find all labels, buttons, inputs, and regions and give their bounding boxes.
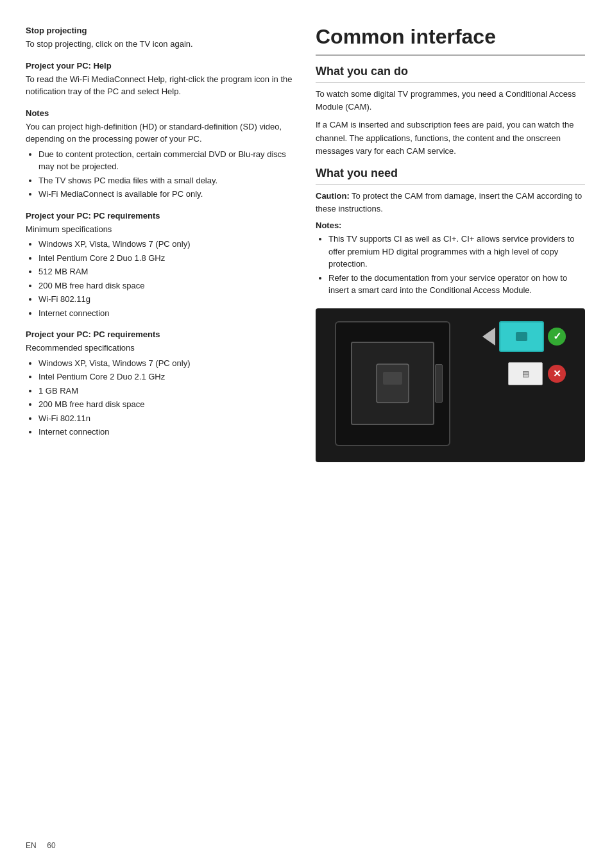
notes-body-left: You can project high-definition (HD) or …	[26, 121, 295, 146]
list-item: Due to content protection, certain comme…	[38, 148, 295, 173]
main-title: Common interface	[316, 26, 585, 56]
pc-req-rec-heading: Project your PC: PC requirements	[26, 330, 295, 339]
pc-req-min-sub: Minimum specifications	[26, 223, 295, 236]
cam-insert-row: ✓	[482, 321, 566, 352]
notes-heading-right: Notes:	[316, 221, 585, 230]
pc-req-min-heading: Project your PC: PC requirements	[26, 211, 295, 221]
right-column: Common interface What you can do To watc…	[316, 26, 585, 842]
list-item: This TV supports CI as well as CI+. CI+ …	[328, 233, 585, 271]
list-item: 200 MB free hard disk space	[38, 280, 295, 292]
cam-chip-wrong: ▤	[522, 369, 529, 378]
list-item: Windows XP, Vista, Windows 7 (PC only)	[38, 238, 295, 251]
notes-heading-left: Notes	[26, 108, 295, 118]
list-item: 1 GB RAM	[38, 385, 295, 397]
list-item: Internet connection	[38, 307, 295, 320]
footer-page-num: 60	[47, 841, 55, 850]
stop-projecting-body: To stop projecting, click on the TV icon…	[26, 38, 295, 51]
what-you-can-do-para1: To watch some digital TV programmes, you…	[316, 88, 585, 113]
left-column: Stop projecting To stop projecting, clic…	[26, 26, 295, 842]
list-item: Intel Pentium Core 2 Duo 1.8 GHz	[38, 252, 295, 265]
tv-screen	[351, 342, 434, 425]
list-item: Windows XP, Vista, Windows 7 (PC only)	[38, 357, 295, 370]
pc-req-rec-sub: Recommended specifications	[26, 342, 295, 355]
cam-chip-correct	[516, 332, 527, 341]
tv-slot	[435, 364, 443, 403]
footer-lang: EN	[26, 841, 37, 850]
what-you-can-do-para2: If a CAM is inserted and subscription fe…	[316, 119, 585, 157]
cam-wrong-row: ▤ ✕	[508, 362, 566, 385]
list-item: The TV shows PC media files with a small…	[38, 174, 295, 187]
notes-bullets-left: Due to content protection, certain comme…	[26, 148, 295, 201]
cam-diagram: ✓ ▤ ✕	[316, 308, 585, 462]
project-help-body: To read the Wi-Fi MediaConnect Help, rig…	[26, 73, 295, 98]
page-footer: EN 60	[26, 841, 56, 850]
xmark-icon: ✕	[548, 365, 566, 383]
card-in-screen-icon	[367, 358, 418, 409]
pc-req-rec-list: Windows XP, Vista, Windows 7 (PC only) I…	[26, 357, 295, 438]
cam-cards-area: ✓ ▤ ✕	[482, 321, 566, 385]
list-item: Wi-Fi MediaConnect is available for PC o…	[38, 188, 295, 201]
checkmark-icon: ✓	[548, 328, 566, 346]
notes-bullets-right: This TV supports CI as well as CI+. CI+ …	[316, 233, 585, 297]
cam-card-wrong: ▤	[508, 362, 543, 385]
list-item: Refer to the documentation from your ser…	[328, 272, 585, 297]
list-item: Wi-Fi 802.11n	[38, 412, 295, 425]
what-you-can-do-title: What you can do	[316, 65, 585, 83]
what-you-need-title: What you need	[316, 167, 585, 185]
svg-rect-1	[383, 372, 402, 385]
pc-req-min-list: Windows XP, Vista, Windows 7 (PC only) I…	[26, 238, 295, 319]
project-help-heading: Project your PC: Help	[26, 61, 295, 71]
tv-illustration	[335, 321, 450, 446]
list-item: 512 MB RAM	[38, 265, 295, 278]
list-item: Intel Pentium Core 2 Duo 2.1 GHz	[38, 371, 295, 383]
cam-card-correct	[499, 321, 544, 352]
caution-body: To protect the CAM from damage, insert t…	[316, 191, 582, 213]
insert-arrow-icon	[482, 328, 495, 346]
stop-projecting-heading: Stop projecting	[26, 26, 295, 35]
list-item: 200 MB free hard disk space	[38, 398, 295, 411]
list-item: Wi-Fi 802.11g	[38, 293, 295, 306]
caution-label: Caution:	[316, 191, 350, 201]
caution-text: Caution: To protect the CAM from damage,…	[316, 190, 585, 215]
list-item: Internet connection	[38, 426, 295, 438]
